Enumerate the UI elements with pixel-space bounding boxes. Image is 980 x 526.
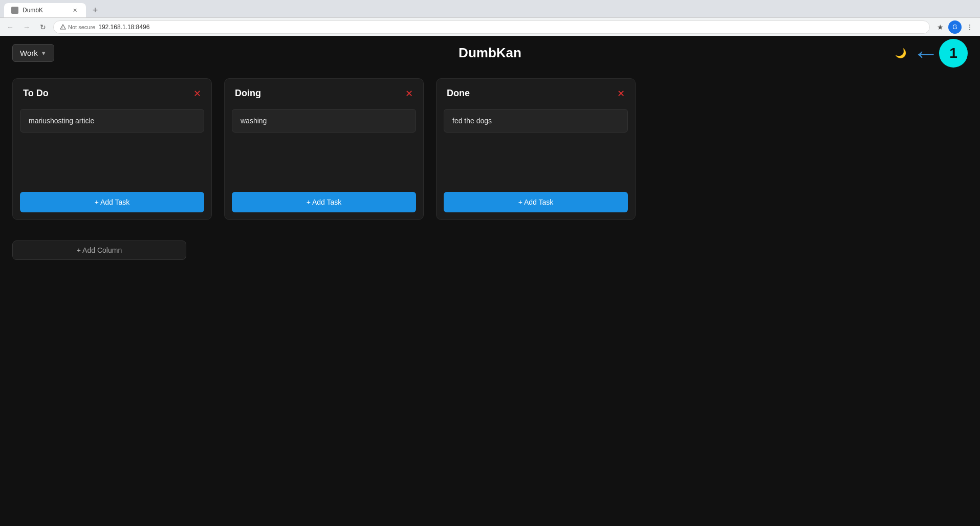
add-task-button-done[interactable]: + Add Task [444,192,628,212]
add-column-button[interactable]: + Add Column [12,240,186,260]
column-done: Done✕fed the dogs+ Add Task [436,78,636,220]
header-actions: 🌙 ← 1 [895,39,968,68]
column-doing: Doing✕washing+ Add Task [224,78,424,220]
back-button[interactable]: ← [4,21,16,33]
browser-chrome: DumbK ✕ + ← → ↻ ! Not secure 192.168.1.1… [0,0,980,36]
column-delete-button-done[interactable]: ✕ [617,89,625,98]
address-bar[interactable]: ! Not secure 192.168.1.18:8496 [53,20,930,34]
app-container: Work ▼ DumbKan 🌙 ← 1 To Do✕mariushosting… [0,36,980,526]
warning-icon: ! [60,24,66,30]
url-text: 192.168.1.18:8496 [98,24,149,31]
column-tasks-todo: mariushosting article [13,106,211,188]
column-header-doing: Doing✕ [225,79,423,106]
not-secure-text: Not secure [68,24,95,30]
task-card[interactable]: washing [232,109,416,133]
theme-toggle-button[interactable]: 🌙 [895,48,906,59]
bookmarks-button[interactable]: ★ [934,21,946,33]
annotation-group: ← 1 [912,39,968,68]
column-tasks-done: fed the dogs [437,106,635,188]
toolbar-actions: ★ G ⋮ [934,20,976,34]
tab-title: DumbK [23,7,43,14]
board-selector[interactable]: Work ▼ [12,44,54,62]
tab-favicon [11,7,18,14]
profile-avatar[interactable]: G [948,20,962,34]
annotation-arrow-icon: ← [912,40,939,67]
forward-button[interactable]: → [20,21,33,33]
browser-tab[interactable]: DumbK ✕ [4,3,86,17]
add-task-button-todo[interactable]: + Add Task [20,192,204,212]
browser-tabs: DumbK ✕ + [0,0,980,17]
reload-button[interactable]: ↻ [37,21,49,33]
column-header-todo: To Do✕ [13,79,211,106]
add-task-button-doing[interactable]: + Add Task [232,192,416,212]
board-selector-label: Work [20,49,38,57]
column-delete-button-doing[interactable]: ✕ [405,89,413,98]
tab-close-button[interactable]: ✕ [71,6,79,14]
svg-text:!: ! [62,26,63,29]
column-todo: To Do✕mariushosting article+ Add Task [12,78,212,220]
more-options-button[interactable]: ⋮ [964,21,976,33]
app-header: Work ▼ DumbKan 🌙 ← 1 [0,36,980,70]
not-secure-indicator: ! Not secure [60,24,95,30]
annotation-badge: 1 [939,39,968,68]
task-card[interactable]: mariushosting article [20,109,204,133]
browser-toolbar: ← → ↻ ! Not secure 192.168.1.18:8496 ★ G… [0,17,980,36]
add-column-area: + Add Column [0,232,980,268]
task-card[interactable]: fed the dogs [444,109,628,133]
column-title-todo: To Do [23,88,49,99]
new-tab-button[interactable]: + [88,3,102,17]
chevron-down-icon: ▼ [41,50,47,56]
column-header-done: Done✕ [437,79,635,106]
column-tasks-doing: washing [225,106,423,188]
column-title-done: Done [447,88,470,99]
column-title-doing: Doing [235,88,261,99]
app-title: DumbKan [459,45,521,61]
kanban-board: To Do✕mariushosting article+ Add TaskDoi… [0,70,980,232]
column-delete-button-todo[interactable]: ✕ [193,89,201,98]
